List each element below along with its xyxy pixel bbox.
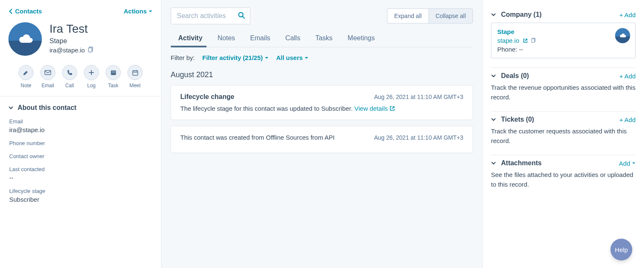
- call-button[interactable]: Call: [62, 65, 77, 88]
- tickets-description: Track the customer requests associated w…: [491, 127, 636, 146]
- expand-all-button[interactable]: Expand all: [387, 8, 428, 23]
- chevron-down-icon: [491, 161, 496, 165]
- actions-menu[interactable]: Actions: [124, 8, 153, 15]
- company-avatar: [615, 28, 630, 43]
- activity-title: Lifecycle change: [180, 93, 234, 101]
- field-value-lifecycle[interactable]: Subscriber: [9, 196, 152, 203]
- field-value-email[interactable]: ira@stape.io: [9, 126, 152, 133]
- svg-point-6: [239, 13, 243, 17]
- caret-down-icon: [632, 161, 636, 165]
- tab-activity[interactable]: Activity: [171, 30, 210, 47]
- help-button[interactable]: Help: [610, 239, 632, 260]
- edit-icon: [23, 69, 29, 76]
- add-ticket-button[interactable]: + Add: [619, 116, 636, 123]
- contact-avatar: [8, 22, 42, 56]
- plus-icon: [88, 70, 94, 75]
- tab-calls[interactable]: Calls: [278, 30, 308, 47]
- svg-rect-2: [45, 70, 51, 75]
- email-button[interactable]: Email: [40, 65, 55, 88]
- add-attachment-button[interactable]: Add: [619, 160, 636, 167]
- copy-icon[interactable]: [88, 47, 94, 54]
- tab-meetings[interactable]: Meetings: [340, 30, 382, 47]
- month-header: August 2021: [171, 70, 473, 79]
- chevron-left-icon: [8, 8, 13, 14]
- company-card[interactable]: Stape stape.io Phone: --: [491, 23, 636, 58]
- all-users-dropdown[interactable]: All users: [276, 54, 309, 61]
- task-icon: [110, 70, 117, 75]
- field-label-owner: Contact owner: [9, 153, 152, 159]
- calendar-icon: [132, 70, 138, 76]
- field-label-last-contacted: Last contacted: [9, 166, 152, 172]
- field-label-lifecycle: Lifecycle stage: [9, 188, 152, 194]
- activity-card[interactable]: Lifecycle change Aug 26, 2021 at 11:10 A…: [171, 85, 473, 120]
- field-label-phone: Phone number: [9, 140, 152, 146]
- note-button[interactable]: Note: [18, 65, 34, 88]
- activity-body: This contact was created from Offline So…: [180, 134, 335, 141]
- actions-label: Actions: [124, 8, 147, 15]
- task-button[interactable]: Task: [106, 65, 121, 88]
- chevron-down-icon: [8, 106, 13, 110]
- filter-by-label: Filter by:: [171, 54, 195, 61]
- svg-rect-4: [112, 72, 115, 72]
- svg-rect-3: [111, 70, 116, 75]
- mail-icon: [44, 70, 51, 75]
- chevron-down-icon: [491, 13, 496, 17]
- contact-company: Stape: [49, 37, 94, 45]
- filter-activity-dropdown[interactable]: Filter activity (21/25): [203, 54, 269, 61]
- field-value-last-contacted: --: [9, 174, 152, 181]
- external-link-icon[interactable]: [523, 38, 528, 43]
- contact-email: ira@stape.io: [49, 47, 85, 54]
- caret-down-icon: [265, 56, 269, 60]
- collapse-all-button[interactable]: Collapse all: [428, 8, 473, 23]
- activity-tabs: Activity Notes Emails Calls Tasks Meetin…: [171, 30, 473, 47]
- about-section-toggle[interactable]: About this contact: [8, 104, 153, 112]
- company-phone: Phone: --: [497, 46, 629, 53]
- log-button[interactable]: Log: [84, 65, 99, 88]
- activity-time: Aug 26, 2021 at 11:10 AM GMT+3: [374, 134, 463, 141]
- caret-down-icon: [304, 56, 309, 60]
- caret-down-icon: [148, 10, 153, 13]
- meet-button[interactable]: Meet: [127, 65, 143, 88]
- attachments-section-toggle[interactable]: Attachments: [491, 159, 542, 167]
- tab-emails[interactable]: Emails: [243, 30, 278, 47]
- deals-section-toggle[interactable]: Deals (0): [491, 72, 529, 80]
- svg-rect-1: [88, 48, 92, 52]
- about-header: About this contact: [18, 104, 76, 112]
- add-deal-button[interactable]: + Add: [619, 73, 636, 80]
- external-link-icon: [390, 106, 395, 111]
- activity-card[interactable]: This contact was created from Offline So…: [171, 126, 473, 153]
- contact-name: Ira Test: [49, 22, 94, 36]
- chevron-down-icon: [491, 117, 496, 122]
- attachments-description: See the files attached to your activitie…: [491, 170, 636, 189]
- company-section-toggle[interactable]: Company (1): [491, 11, 542, 18]
- quick-actions: Note Email Call Log Task Meet: [0, 60, 161, 96]
- tab-notes[interactable]: Notes: [210, 30, 243, 47]
- activity-time: Aug 26, 2021 at 11:10 AM GMT+3: [374, 94, 463, 100]
- svg-rect-5: [132, 70, 138, 75]
- tickets-section-toggle[interactable]: Tickets (0): [491, 116, 534, 123]
- svg-rect-8: [531, 39, 534, 43]
- field-label-email: Email: [9, 118, 152, 125]
- view-details-link[interactable]: View details: [354, 105, 395, 112]
- company-domain[interactable]: stape.io: [497, 37, 519, 44]
- company-name-link[interactable]: Stape: [497, 28, 629, 35]
- activity-body: The lifecycle stage for this contact was…: [180, 105, 353, 112]
- tab-tasks[interactable]: Tasks: [308, 30, 340, 47]
- phone-icon: [67, 70, 73, 76]
- chevron-down-icon: [491, 74, 496, 78]
- copy-icon[interactable]: [531, 37, 536, 44]
- contacts-back-link[interactable]: Contacts: [8, 8, 42, 15]
- contacts-back-label: Contacts: [15, 8, 42, 15]
- deals-description: Track the revenue opportunities associat…: [491, 83, 636, 102]
- search-icon[interactable]: [238, 12, 245, 21]
- add-company-button[interactable]: + Add: [619, 11, 636, 18]
